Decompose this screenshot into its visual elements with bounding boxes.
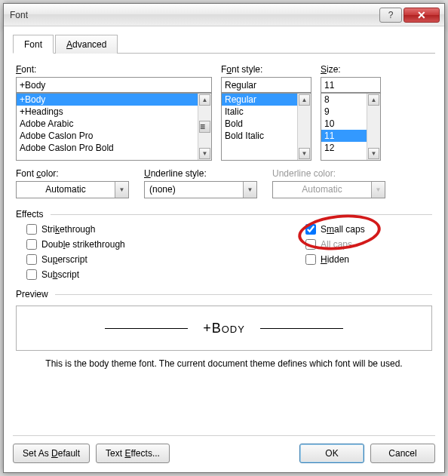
scroll-down-icon[interactable]: ▼ — [199, 148, 210, 159]
list-item[interactable]: Adobe Caslon Pro — [17, 130, 198, 142]
scroll-down-icon[interactable]: ▼ — [299, 148, 310, 159]
list-item[interactable]: +Headings — [17, 106, 198, 118]
underline-color-value: Automatic — [273, 182, 371, 198]
set-as-default-button[interactable]: Set As Default — [13, 444, 90, 463]
underline-color-label: Underline color: — [272, 168, 385, 179]
close-button[interactable]: ✕ — [404, 8, 440, 23]
tab-advanced-rest: dvanced — [72, 39, 106, 50]
style-list[interactable]: Regular Italic Bold Bold Italic ▲ ▼ — [221, 93, 311, 161]
subscript-checkbox[interactable]: Subscript — [26, 269, 305, 280]
underline-style-combo[interactable]: (none) ▼ — [144, 181, 257, 198]
cancel-button[interactable]: Cancel — [370, 444, 435, 463]
effects-left-col: Strikethrough Double strikethrough Super… — [26, 224, 305, 280]
style-column: Font style: Regular Italic Bold Bold Ita… — [221, 64, 311, 161]
all-caps-checkbox[interactable]: All caps — [305, 239, 365, 250]
style-scrollbar[interactable]: ▲ ▼ — [297, 94, 311, 160]
scroll-thumb[interactable]: ≡ — [199, 121, 210, 133]
scroll-up-icon[interactable]: ▲ — [199, 94, 210, 106]
list-item[interactable]: Regular — [222, 94, 297, 106]
font-column: Font: +Body +Headings Adobe Arabic Adobe… — [16, 64, 212, 161]
font-color-value: Automatic — [17, 182, 115, 198]
list-item[interactable]: Adobe Arabic — [17, 118, 198, 130]
list-item[interactable]: 9 — [321, 106, 367, 118]
font-color-combo[interactable]: Automatic ▼ — [16, 181, 129, 198]
chevron-down-icon[interactable]: ▼ — [115, 182, 128, 198]
hidden-checkbox[interactable]: Hidden — [305, 254, 365, 265]
underline-style-col: Underline style: (none) ▼ — [144, 168, 257, 198]
dialog-footer: Set As Default Text Effects... OK Cancel — [13, 435, 435, 463]
size-label: Size: — [321, 64, 381, 75]
dialog-title: Font — [10, 10, 378, 20]
style-label: Font style: — [221, 64, 311, 75]
list-item[interactable]: Italic — [222, 106, 297, 118]
chevron-down-icon: ▼ — [371, 182, 385, 198]
list-item[interactable]: 8 — [321, 94, 367, 106]
strikethrough-checkbox[interactable]: Strikethrough — [26, 224, 305, 235]
size-column: Size: 8 9 10 11 12 ▲ ▼ — [321, 64, 381, 161]
titlebar: Font ? ✕ — [4, 4, 444, 26]
small-caps-checkbox[interactable]: Small caps — [305, 224, 365, 235]
tab-font[interactable]: Font — [13, 35, 54, 54]
scroll-up-icon[interactable]: ▲ — [368, 94, 379, 106]
chevron-down-icon[interactable]: ▼ — [243, 182, 256, 198]
size-list[interactable]: 8 9 10 11 12 ▲ ▼ — [321, 93, 381, 161]
font-input[interactable] — [16, 77, 212, 93]
preview-note: This is the body theme font. The current… — [13, 355, 435, 375]
underline-color-col: Underline color: Automatic ▼ — [272, 168, 385, 198]
font-row: Font: +Body +Headings Adobe Arabic Adobe… — [13, 61, 435, 168]
preview-box: +Body — [16, 306, 432, 351]
effects-group-label: Effects — [13, 209, 435, 220]
preview-rule-right — [260, 328, 343, 329]
list-item[interactable]: Bold Italic — [222, 130, 297, 142]
list-item[interactable]: 10 — [321, 118, 367, 130]
preview-line: +Body — [105, 321, 343, 336]
underline-style-label: Underline style: — [144, 168, 257, 179]
scroll-up-icon[interactable]: ▲ — [299, 94, 310, 106]
tabstrip: Font Advanced — [13, 34, 435, 54]
list-item[interactable]: Adobe Caslon Pro Bold — [17, 142, 198, 154]
text-effects-button[interactable]: Text Effects... — [96, 444, 170, 463]
font-list[interactable]: +Body +Headings Adobe Arabic Adobe Caslo… — [16, 93, 212, 161]
underline-style-value: (none) — [145, 182, 243, 198]
ok-button[interactable]: OK — [299, 444, 364, 463]
scroll-down-icon[interactable]: ▼ — [368, 148, 379, 159]
double-strikethrough-checkbox[interactable]: Double strikethrough — [26, 239, 305, 250]
preview-rule-left — [105, 328, 188, 329]
color-row: Font color: Automatic ▼ Underline style:… — [13, 168, 435, 204]
tab-font-label: Font — [24, 39, 42, 50]
dialog-body: Font Advanced Font: +Body +Headings Adob… — [4, 26, 444, 472]
preview-text: +Body — [203, 321, 245, 336]
underline-color-combo: Automatic ▼ — [272, 181, 385, 198]
style-input[interactable] — [221, 77, 311, 93]
list-item[interactable]: 11 — [321, 130, 367, 142]
tab-advanced-mnemonic: A — [66, 39, 72, 50]
size-input[interactable] — [321, 77, 381, 93]
font-color-label: Font color: — [16, 168, 129, 179]
font-dialog: Font ? ✕ Font Advanced Font: +Body +Head… — [3, 3, 445, 473]
font-label: Font: — [16, 64, 212, 75]
list-item[interactable]: +Body — [17, 94, 198, 106]
list-item[interactable]: 12 — [321, 142, 367, 154]
effects-right-col: Small caps All caps Hidden — [305, 224, 365, 280]
font-scrollbar[interactable]: ▲ ≡ ▼ — [198, 94, 211, 160]
superscript-checkbox[interactable]: Superscript — [26, 254, 305, 265]
size-scrollbar[interactable]: ▲ ▼ — [367, 94, 380, 160]
font-color-col: Font color: Automatic ▼ — [16, 168, 129, 198]
preview-group-label: Preview — [13, 289, 435, 299]
list-item[interactable]: Bold — [222, 118, 297, 130]
help-button[interactable]: ? — [379, 8, 402, 23]
effects-area: Strikethrough Double strikethrough Super… — [13, 224, 435, 284]
tab-advanced[interactable]: Advanced — [55, 35, 118, 54]
